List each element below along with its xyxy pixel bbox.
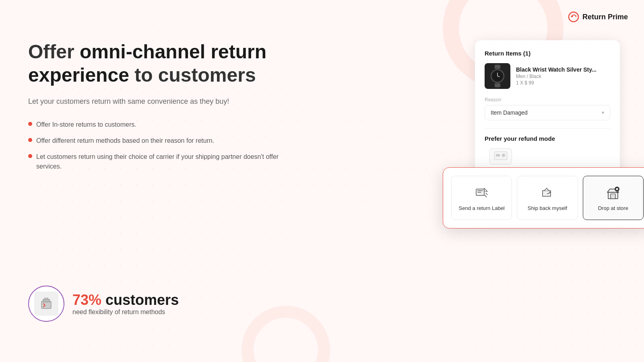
product-image bbox=[485, 63, 510, 89]
bullet-item-2: Offer different return methods based on … bbox=[28, 136, 286, 146]
logo-icon bbox=[568, 11, 579, 23]
method-label-ship: Ship back myself bbox=[528, 205, 567, 211]
bullet-dot-2 bbox=[28, 138, 32, 142]
left-content: Offer omni-channel returnexperience to c… bbox=[28, 40, 286, 178]
deco-circle-bottom-left bbox=[242, 306, 330, 362]
header: Return Prime bbox=[568, 11, 628, 23]
headline: Offer omni-channel returnexperience to c… bbox=[28, 40, 286, 86]
svg-rect-2 bbox=[43, 299, 50, 302]
method-cards: Send a return Label Ship back myself bbox=[451, 176, 644, 220]
svg-rect-4 bbox=[495, 83, 500, 87]
product-info: Black Wrist Watch Silver Sty... Men / Bl… bbox=[516, 66, 597, 86]
reason-value: Item Damaged bbox=[491, 109, 528, 116]
method-card-ship[interactable]: Ship back myself bbox=[517, 176, 578, 220]
bullet-item-1: Offer In-store returns to customers. bbox=[28, 120, 286, 130]
stats-icon-inner bbox=[34, 292, 58, 316]
product-row: Black Wrist Watch Silver Sty... Men / Bl… bbox=[485, 63, 610, 89]
watch-image-svg bbox=[487, 65, 508, 87]
method-label-store: Drop at store bbox=[598, 205, 628, 211]
method-card-label[interactable]: Send a return Label bbox=[451, 176, 512, 220]
svg-rect-17 bbox=[611, 194, 615, 199]
stats-icon-circle bbox=[28, 286, 64, 322]
svg-rect-3 bbox=[495, 65, 500, 69]
refund-icon-box bbox=[489, 148, 512, 165]
bullet-item-3: Let customers return using their choice … bbox=[28, 152, 286, 171]
card-section-title: Return Items (1) bbox=[485, 50, 610, 57]
right-panel: Return Items (1) Black Wrist Watch Silve… bbox=[475, 40, 620, 220]
chevron-down-icon: ▾ bbox=[602, 110, 604, 115]
product-name: Black Wrist Watch Silver Sty... bbox=[516, 66, 597, 73]
headline-bold: omni-channel returnexperience bbox=[28, 41, 266, 86]
divider-1 bbox=[485, 128, 610, 129]
svg-line-15 bbox=[486, 193, 487, 195]
product-price: 1 X $ 99 bbox=[516, 80, 597, 86]
product-variant: Men / Black bbox=[516, 74, 597, 79]
stats-percent: 73% bbox=[72, 292, 101, 308]
stats-customers-label: customers bbox=[105, 292, 179, 308]
stats-description: need flexibility of return methods bbox=[72, 309, 179, 316]
return-label-icon bbox=[474, 185, 490, 201]
subtitle: Let your customers return with same conv… bbox=[28, 96, 286, 107]
method-card-store[interactable]: Drop at store bbox=[583, 176, 644, 220]
return-method-popup: Send a return Label Ship back myself bbox=[443, 167, 644, 228]
return-box-icon bbox=[39, 296, 54, 311]
logo-text: Return Prime bbox=[582, 13, 628, 21]
refund-section-title: Prefer your refund mode bbox=[485, 135, 610, 142]
bullet-dot-1 bbox=[28, 122, 32, 126]
svg-point-0 bbox=[569, 12, 578, 22]
ship-back-icon bbox=[539, 185, 555, 201]
stats-text-block: 73% customers need flexibility of return… bbox=[72, 292, 179, 316]
reason-dropdown[interactable]: Item Damaged ▾ bbox=[485, 105, 610, 120]
method-label-send: Send a return Label bbox=[459, 205, 505, 211]
stats-big: 73% customers bbox=[72, 292, 179, 309]
svg-point-19 bbox=[616, 188, 618, 190]
bullet-dot-3 bbox=[28, 154, 32, 158]
store-credit-icon bbox=[494, 151, 508, 162]
bullet-list: Offer In-store returns to customers. Off… bbox=[28, 120, 286, 171]
svg-rect-10 bbox=[496, 154, 500, 156]
drop-at-store-icon bbox=[605, 185, 621, 201]
stats-section: 73% customers need flexibility of return… bbox=[28, 286, 179, 322]
reason-label: Reason bbox=[485, 97, 610, 103]
